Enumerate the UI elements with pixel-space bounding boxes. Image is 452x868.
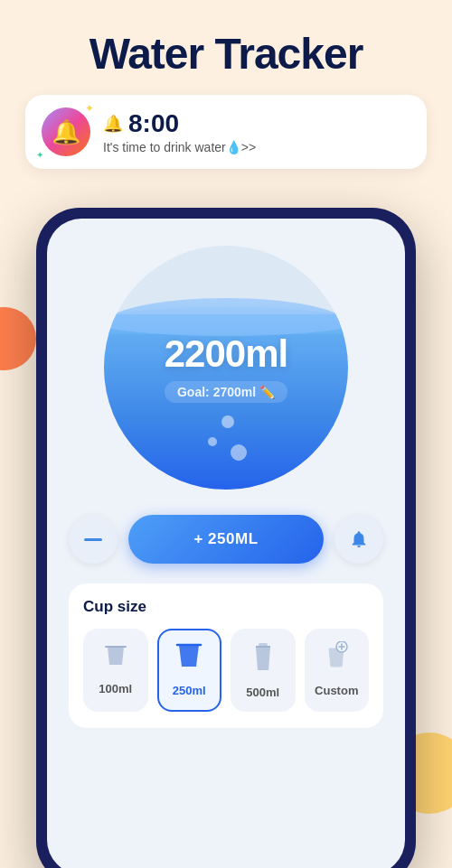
controls-row: + 250ML [69, 515, 383, 564]
decrease-button[interactable] [69, 515, 118, 564]
minus-icon [84, 538, 102, 541]
cup-option-custom[interactable]: Custom [305, 629, 370, 712]
cup-icon-100ml [103, 641, 128, 675]
notification-text: 🔔 8:00 It's time to drink water💧>> [103, 109, 256, 154]
reminder-button[interactable] [334, 515, 383, 564]
phone-screen: 2200ml Goal: 2700ml ✏️ + 250ML [47, 219, 405, 868]
water-circle: 2200ml Goal: 2700ml ✏️ [104, 246, 348, 490]
water-circle-container: 2200ml Goal: 2700ml ✏️ [104, 246, 348, 490]
notification-avatar: 🔔 ✦ ✦ [42, 107, 90, 156]
bubble-2 [208, 437, 217, 446]
bell-icon [349, 529, 369, 549]
cup-option-100ml[interactable]: 100ml [83, 629, 148, 712]
cup-options: 100ml 250ml [83, 629, 369, 712]
water-amount: 2200ml [165, 332, 287, 376]
cup-label-500ml: 500ml [246, 686, 279, 699]
decoration-blob-left [0, 307, 36, 370]
cup-label-100ml: 100ml [99, 682, 132, 695]
bubble-3 [231, 444, 247, 461]
alarm-icon: 🔔 [103, 114, 123, 134]
cup-option-250ml[interactable]: 250ml [157, 629, 222, 712]
cup-label-250ml: 250ml [173, 684, 206, 697]
phone-frame: 2200ml Goal: 2700ml ✏️ + 250ML [36, 208, 416, 868]
notification-card: 🔔 ✦ ✦ 🔔 8:00 It's time to drink water💧>> [25, 95, 427, 169]
page-title: Water Tracker [0, 0, 452, 95]
cup-icon-custom [324, 641, 349, 677]
water-wave-2 [104, 307, 348, 336]
cup-size-section: Cup size 100ml [69, 583, 383, 728]
notification-time: 🔔 8:00 [103, 109, 256, 138]
cup-label-custom: Custom [315, 684, 358, 697]
cup-icon-250ml [175, 641, 202, 677]
cup-size-title: Cup size [83, 598, 369, 616]
sparkle-icon-top: ✦ [85, 102, 94, 115]
sparkle-icon-bottom: ✦ [36, 150, 43, 160]
notification-message: It's time to drink water💧>> [103, 140, 256, 154]
add-button-label: + 250ML [193, 530, 258, 548]
cup-option-500ml[interactable]: 500ml [231, 629, 296, 712]
cup-icon-500ml [252, 641, 274, 678]
water-goal: Goal: 2700ml ✏️ [165, 381, 287, 403]
bubble-1 [221, 415, 234, 428]
water-text: 2200ml Goal: 2700ml ✏️ [165, 332, 287, 403]
add-water-button[interactable]: + 250ML [128, 515, 324, 564]
